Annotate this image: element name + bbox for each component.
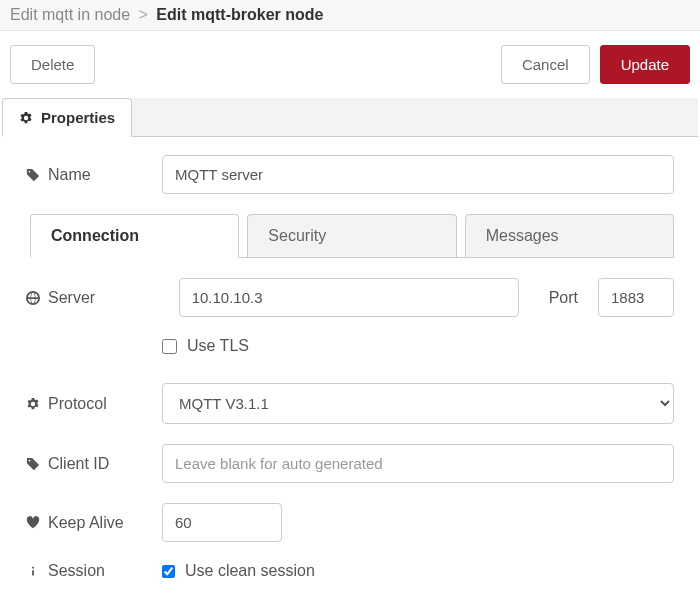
button-row: Delete Cancel Update <box>0 31 700 98</box>
protocol-label: Protocol <box>48 395 107 413</box>
gear-icon <box>19 111 33 125</box>
chevron-right-icon: > <box>139 6 148 23</box>
server-label: Server <box>48 289 95 307</box>
protocol-select[interactable]: MQTT V3.1.1 <box>162 383 674 424</box>
clientid-label: Client ID <box>48 455 109 473</box>
port-field[interactable] <box>598 278 674 317</box>
tab-properties[interactable]: Properties <box>2 98 132 137</box>
clean-session-checkbox[interactable] <box>162 565 175 578</box>
clientid-field[interactable] <box>162 444 674 483</box>
name-label: Name <box>48 166 91 184</box>
breadcrumb: Edit mqtt in node > Edit mqtt-broker nod… <box>0 0 700 31</box>
breadcrumb-parent[interactable]: Edit mqtt in node <box>10 6 130 23</box>
info-icon <box>26 564 40 578</box>
tab-properties-label: Properties <box>41 109 115 126</box>
clean-session-label: Use clean session <box>185 562 315 580</box>
keepalive-field[interactable] <box>162 503 282 542</box>
name-field[interactable] <box>162 155 674 194</box>
subtab-connection[interactable]: Connection <box>30 214 239 258</box>
keepalive-label: Keep Alive <box>48 514 124 532</box>
breadcrumb-current: Edit mqtt-broker node <box>156 6 323 23</box>
session-label: Session <box>48 562 105 580</box>
subtab-security[interactable]: Security <box>247 214 456 257</box>
globe-icon <box>26 291 40 305</box>
port-label: Port <box>549 289 578 307</box>
update-button[interactable]: Update <box>600 45 690 84</box>
use-tls-label: Use TLS <box>187 337 249 355</box>
tag-icon <box>26 168 40 182</box>
delete-button[interactable]: Delete <box>10 45 95 84</box>
subtab-messages[interactable]: Messages <box>465 214 674 257</box>
tab-header: Properties <box>2 98 698 137</box>
cancel-button[interactable]: Cancel <box>501 45 590 84</box>
gear-icon <box>26 397 40 411</box>
subtabs: Connection Security Messages <box>30 214 674 258</box>
tag-icon <box>26 457 40 471</box>
use-tls-checkbox[interactable] <box>162 339 177 354</box>
server-field[interactable] <box>179 278 519 317</box>
heartbeat-icon <box>26 516 40 530</box>
